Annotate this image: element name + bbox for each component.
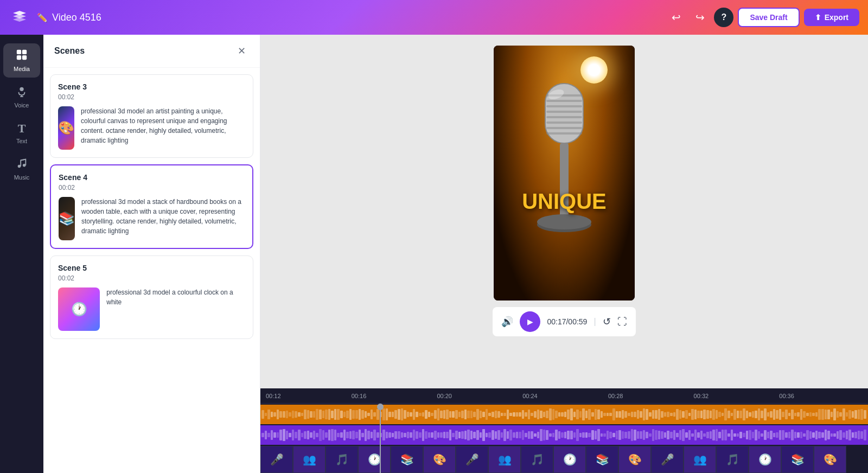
- waveform-main: [260, 405, 868, 424]
- svg-line-9: [21, 159, 25, 161]
- thumb-frame: 📚: [586, 446, 618, 473]
- microphone-icon: [521, 78, 608, 263]
- svg-rect-0: [17, 50, 21, 54]
- audio-track-voice[interactable]: [260, 425, 868, 445]
- scene-content-4: 📚 professional 3d model a stack of hardb…: [59, 197, 245, 240]
- export-button[interactable]: ⬆ Export: [804, 9, 859, 26]
- icon-nav: Media Voice T Text: [0, 35, 43, 473]
- scenes-list: Scene 3 00:02 🎨 professional 3d model an…: [43, 68, 260, 473]
- thumb-frame: 🎤: [260, 446, 293, 473]
- sidebar-item-label-media: Media: [14, 66, 30, 72]
- thumb-frame: 🎨: [814, 446, 846, 473]
- svg-rect-13: [546, 105, 582, 107]
- thumb-frame: 🎨: [423, 446, 456, 473]
- timeline-tracks: 🎤👥🎵🕐📚🎨🎤👥🎵🕐📚🎨🎤👥🎵🕐📚🎨: [260, 405, 868, 473]
- save-draft-button[interactable]: Save Draft: [738, 8, 799, 27]
- fullscreen-icon[interactable]: ⛶: [617, 316, 627, 328]
- thumb-frame: 📚: [781, 446, 814, 473]
- thumb-frame: 👥: [293, 446, 326, 473]
- media-icon: [16, 49, 28, 63]
- ruler-mark-5: 00:32: [693, 393, 778, 399]
- thumb-frame: 🕐: [553, 446, 586, 473]
- header-actions: ↩ ↪ ? Save Draft ⬆ Export: [666, 8, 859, 27]
- scene-card-5[interactable]: Scene 5 00:02 🕐 professional 3d model a …: [50, 255, 253, 339]
- timeline-ruler: 00:12 00:16 00:20 00:24 00:28 00:32 00:3…: [260, 388, 868, 404]
- thumb-frame: 👥: [488, 446, 521, 473]
- help-button[interactable]: ?: [714, 8, 733, 27]
- scene-card-4[interactable]: Scene 4 00:02 📚 professional 3d model a …: [50, 164, 253, 249]
- preview-background: UNIQUE: [494, 46, 635, 301]
- svg-point-21: [537, 214, 591, 229]
- svg-rect-3: [22, 55, 27, 60]
- sidebar-item-text[interactable]: T Text: [3, 116, 40, 150]
- redo-button[interactable]: ↪: [690, 8, 710, 27]
- time-total: 00:59: [568, 317, 587, 326]
- sidebar-item-media[interactable]: Media: [3, 43, 40, 78]
- edit-icon: ✏️: [37, 12, 48, 23]
- loop-icon[interactable]: ↺: [603, 316, 611, 328]
- header: ✏️ Video 4516 ↩ ↪ ? Save Draft ⬆ Export: [0, 0, 868, 35]
- scene-content-5: 🕐 professional 3d model a colourful cloc…: [58, 287, 245, 331]
- unique-text: UNIQUE: [522, 189, 607, 214]
- timeline: 00:12 00:16 00:20 00:24 00:28 00:32 00:3…: [260, 388, 868, 473]
- scene-description-3: professional 3d model an artist painting…: [81, 106, 245, 150]
- video-preview: UNIQUE: [494, 46, 635, 301]
- time-display: 00:17/00:59: [547, 317, 587, 326]
- export-label: Export: [825, 13, 848, 22]
- undo-button[interactable]: ↩: [666, 8, 686, 27]
- scene-thumbnail-3: 🎨: [58, 106, 74, 150]
- sidebar-item-label-voice: Voice: [15, 102, 29, 108]
- logo: [9, 7, 30, 28]
- volume-icon[interactable]: 🔊: [501, 316, 513, 328]
- scenes-header: Scenes ✕: [43, 35, 260, 68]
- scenes-close-button[interactable]: ✕: [234, 43, 249, 59]
- main: Media Voice T Text: [0, 35, 868, 473]
- thumbnail-track[interactable]: 🎤👥🎵🕐📚🎨🎤👥🎵🕐📚🎨🎤👥🎵🕐📚🎨: [260, 446, 868, 473]
- ruler-marks: 00:12 00:16 00:20 00:24 00:28 00:32 00:3…: [260, 393, 868, 399]
- sidebar-item-voice[interactable]: Voice: [3, 80, 40, 114]
- svg-rect-2: [17, 55, 21, 60]
- ruler-mark-0: 00:12: [265, 393, 350, 399]
- scene-time-3: 00:02: [58, 93, 245, 101]
- sidebar-item-music[interactable]: Music: [3, 152, 40, 186]
- thumb-frame: 🕐: [358, 446, 391, 473]
- scene-description-4: professional 3d model a stack of hardbou…: [81, 197, 245, 240]
- ruler-mark-1: 00:16: [350, 393, 436, 399]
- thumb-frame: 🎨: [618, 446, 651, 473]
- scene-content-3: 🎨 professional 3d model an artist painti…: [58, 106, 245, 150]
- thumb-frame: 🎵: [716, 446, 749, 473]
- scene-thumbnail-4: 📚: [59, 197, 75, 240]
- title-area: ✏️ Video 4516: [37, 12, 660, 23]
- svg-point-4: [20, 87, 23, 91]
- play-button[interactable]: ▶: [520, 311, 540, 332]
- scene-name-3: Scene 3: [58, 82, 245, 91]
- scene-card-3[interactable]: Scene 3 00:02 🎨 professional 3d model an…: [50, 74, 253, 158]
- ruler-mark-6: 00:36: [778, 393, 864, 399]
- time-current: 00:17: [547, 317, 566, 326]
- thumb-frame: 🎤: [651, 446, 684, 473]
- svg-rect-1: [22, 50, 27, 54]
- svg-rect-18: [546, 132, 582, 135]
- scene-thumbnail-5: 🕐: [58, 287, 100, 331]
- scenes-panel: Scenes ✕ Scene 3 00:02 🎨 professional 3d…: [43, 35, 260, 473]
- svg-rect-17: [546, 127, 582, 129]
- svg-rect-14: [546, 111, 582, 113]
- scene-name-5: Scene 5: [58, 264, 245, 272]
- playback-controls: 🔊 ▶ 00:17/00:59 | ↺ ⛶: [493, 307, 635, 336]
- export-icon: ⬆: [815, 13, 821, 22]
- text-nav-icon: T: [18, 122, 26, 136]
- thumb-frame: 🎵: [521, 446, 553, 473]
- scene-description-5: professional 3d model a colourful clock …: [106, 287, 245, 331]
- scene-time-4: 00:02: [59, 184, 245, 191]
- sidebar-item-label-text: Text: [16, 138, 27, 144]
- content-area: UNIQUE 🔊 ▶ 00:17/00:59 | ↺ ⛶: [260, 35, 868, 473]
- playhead: [380, 405, 381, 473]
- thumb-frame: 🎤: [456, 446, 488, 473]
- voice-icon: [16, 85, 28, 100]
- audio-track-main[interactable]: [260, 405, 868, 424]
- waveform-voice: [260, 425, 868, 445]
- ruler-mark-2: 00:20: [436, 393, 521, 399]
- sidebar-item-label-music: Music: [14, 174, 30, 181]
- ruler-mark-3: 00:24: [521, 393, 607, 399]
- thumb-frame: 👥: [684, 446, 716, 473]
